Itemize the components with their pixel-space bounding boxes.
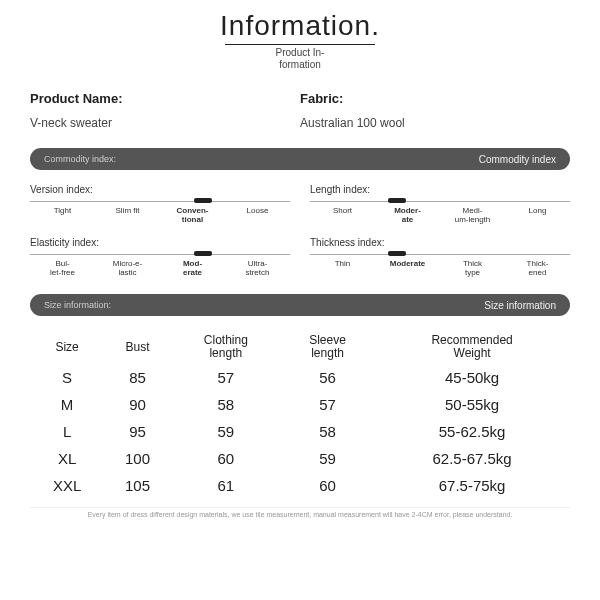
- table-row: XXL105616067.5-75kg: [30, 472, 570, 499]
- index-row-1: Version index:TightSlim fitConven-tional…: [30, 184, 570, 223]
- commodity-bar-left: Commodity index:: [44, 154, 116, 164]
- scale-option: Short: [310, 207, 375, 225]
- scale-marker: [388, 251, 406, 256]
- fabric-label: Fabric:: [300, 91, 570, 106]
- page-title: Information.: [30, 10, 570, 42]
- product-name-label: Product Name:: [30, 91, 300, 106]
- size-cell: 56: [281, 364, 374, 391]
- size-cell: 100: [104, 445, 171, 472]
- scale-option: Micro-e-lastic: [95, 260, 160, 278]
- table-row: L95595855-62.5kg: [30, 418, 570, 445]
- scale-marker: [194, 198, 212, 203]
- size-cell: 105: [104, 472, 171, 499]
- scale-option: Thicktype: [440, 260, 505, 278]
- size-bar-left: Size information:: [44, 300, 111, 310]
- index-scale: ShortModer-ateMedi-um-lengthLong: [310, 199, 570, 223]
- size-cell: 61: [171, 472, 281, 499]
- product-name-value: V-neck sweater: [30, 116, 300, 130]
- scale-option: Long: [505, 207, 570, 225]
- size-cell: 90: [104, 391, 171, 418]
- size-info-bar: Size information: Size information: [30, 294, 570, 316]
- index-title: Version index:: [30, 184, 290, 195]
- commodity-bar-right: Commodity index: [479, 154, 556, 165]
- size-table-body: S85575645-50kgM90585750-55kgL95595855-62…: [30, 364, 570, 499]
- table-row: XL100605962.5-67.5kg: [30, 445, 570, 472]
- size-cell: M: [30, 391, 104, 418]
- size-header-cell: Clothinglength: [171, 330, 281, 364]
- index-scale: TightSlim fitConven-tionalLoose: [30, 199, 290, 223]
- index-title: Elasticity index:: [30, 237, 290, 248]
- size-cell: 59: [171, 418, 281, 445]
- size-cell: 95: [104, 418, 171, 445]
- scale-option: Ultra-stretch: [225, 260, 290, 278]
- size-table-header-row: SizeBustClothinglengthSleevelengthRecomm…: [30, 330, 570, 364]
- subtitle-line2: formation: [279, 59, 321, 70]
- size-table: SizeBustClothinglengthSleevelengthRecomm…: [30, 330, 570, 499]
- scale-marker: [388, 198, 406, 203]
- size-cell: 62.5-67.5kg: [374, 445, 570, 472]
- commodity-index-bar: Commodity index: Commodity index: [30, 148, 570, 170]
- length-index: Length index:ShortModer-ateMedi-um-lengt…: [310, 184, 570, 223]
- scale-option: Conven-tional: [160, 207, 225, 225]
- size-cell: 57: [171, 364, 281, 391]
- scale-option: Loose: [225, 207, 290, 225]
- subtitle-line1: Product In-: [276, 47, 325, 58]
- size-cell: 57: [281, 391, 374, 418]
- size-cell: L: [30, 418, 104, 445]
- scale-option: Slim fit: [95, 207, 160, 225]
- subtitle: Product In- formation: [30, 47, 570, 71]
- index-scale: ThinModerateThicktypeThick-ened: [310, 252, 570, 276]
- size-cell: XL: [30, 445, 104, 472]
- size-cell: 50-55kg: [374, 391, 570, 418]
- size-bar-right: Size information: [484, 300, 556, 311]
- size-header-cell: RecommendedWeight: [374, 330, 570, 364]
- thickness-index: Thickness index:ThinModerateThicktypeThi…: [310, 237, 570, 276]
- size-cell: 58: [171, 391, 281, 418]
- table-row: M90585750-55kg: [30, 391, 570, 418]
- size-header-cell: Size: [30, 330, 104, 364]
- product-info-page: Information. Product In- formation Produ…: [0, 0, 600, 518]
- product-fields: Product Name: V-neck sweater Fabric: Aus…: [30, 91, 570, 130]
- scale-option: Mod-erate: [160, 260, 225, 278]
- fabric-value: Australian 100 wool: [300, 116, 570, 130]
- size-cell: 60: [171, 445, 281, 472]
- scale-marker: [194, 251, 212, 256]
- scale-option: Bul-let-free: [30, 260, 95, 278]
- size-header-cell: Sleevelength: [281, 330, 374, 364]
- scale-option: Moderate: [375, 260, 440, 278]
- size-cell: 55-62.5kg: [374, 418, 570, 445]
- title-underline: [225, 44, 375, 45]
- scale-option: Moder-ate: [375, 207, 440, 225]
- elasticity-index: Elasticity index:Bul-let-freeMicro-e-las…: [30, 237, 290, 276]
- size-cell: 67.5-75kg: [374, 472, 570, 499]
- scale-option: Tight: [30, 207, 95, 225]
- size-cell: 45-50kg: [374, 364, 570, 391]
- size-cell: 60: [281, 472, 374, 499]
- version-index: Version index:TightSlim fitConven-tional…: [30, 184, 290, 223]
- index-title: Thickness index:: [310, 237, 570, 248]
- scale-option: Medi-um-length: [440, 207, 505, 225]
- size-cell: 85: [104, 364, 171, 391]
- scale-option: Thin: [310, 260, 375, 278]
- index-row-2: Elasticity index:Bul-let-freeMicro-e-las…: [30, 237, 570, 276]
- table-row: S85575645-50kg: [30, 364, 570, 391]
- size-cell: XXL: [30, 472, 104, 499]
- size-cell: 58: [281, 418, 374, 445]
- size-cell: 59: [281, 445, 374, 472]
- size-header-cell: Bust: [104, 330, 171, 364]
- scale-option: Thick-ened: [505, 260, 570, 278]
- index-scale: Bul-let-freeMicro-e-lasticMod-erateUltra…: [30, 252, 290, 276]
- size-cell: S: [30, 364, 104, 391]
- index-title: Length index:: [310, 184, 570, 195]
- footnote: Every item of dress different design mat…: [30, 507, 570, 518]
